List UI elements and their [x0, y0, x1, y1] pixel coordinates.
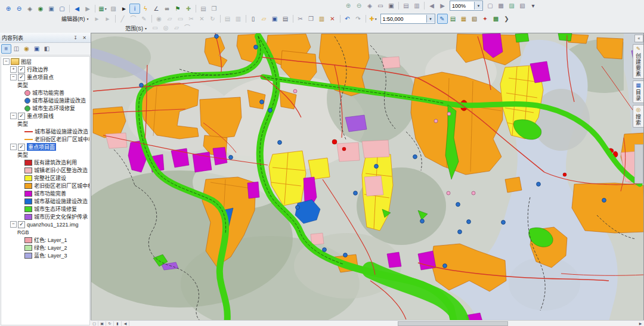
map-view[interactable]: « ✎ 创建要素 ▦ 目录 ◎ 搜索 — [91, 33, 644, 321]
focus-data-frame-icon[interactable]: ▩ — [496, 1, 506, 11]
find-route-icon[interactable]: ⚑ — [172, 4, 183, 14]
toc-row[interactable]: −✓重点项目点 — [1, 73, 89, 81]
pan-icon[interactable]: ◈ — [24, 4, 35, 14]
toc-row[interactable]: 完整社区建设 — [1, 174, 89, 182]
hyperlink-icon[interactable]: ϟ — [140, 4, 151, 14]
redo-icon[interactable]: ↷ — [353, 14, 364, 24]
toc-row[interactable]: 城市基础设施建设改造 — [1, 128, 89, 135]
list-by-selection-icon[interactable]: ▣ — [32, 44, 42, 54]
layout-zoom-100-icon[interactable]: ▣ — [386, 1, 397, 11]
collapse-icon[interactable]: − — [10, 74, 17, 80]
toc-row[interactable]: 类型 — [1, 81, 89, 89]
straight-segment-tool-icon[interactable]: ╱ — [117, 14, 128, 24]
editor-toolbar-toggle-icon[interactable]: ✎ — [437, 14, 448, 24]
toc-row[interactable]: +✓行政边界 — [1, 66, 89, 73]
clear-selection-icon[interactable]: ▨ — [108, 4, 119, 14]
layer-visibility-checkbox[interactable]: ✓ — [18, 144, 25, 151]
toc-row[interactable]: 城市历史文化保护传承 — [1, 213, 89, 221]
catalog-window-icon[interactable]: ▦ — [459, 14, 469, 24]
tab-catalog[interactable]: ▦ 目录 — [633, 80, 643, 103]
horizontal-scrollbar-thumb[interactable] — [398, 321, 508, 326]
python-window-icon[interactable]: ❯ — [501, 14, 512, 24]
zoom-in-icon[interactable]: ⊕ — [3, 4, 14, 14]
cut-polygons-icon[interactable]: ✂ — [186, 14, 197, 24]
toc-row[interactable]: −✓重点项目线 — [1, 112, 89, 120]
data-driven-pages-icon[interactable]: ▧ — [517, 1, 528, 11]
new-document-icon[interactable]: ▯ — [248, 14, 259, 24]
layer-visibility-checkbox[interactable]: ✓ — [18, 221, 25, 228]
extent-polygon-icon[interactable]: ▱ — [171, 23, 182, 33]
toc-row[interactable]: 既有建筑改造利用 — [1, 159, 89, 166]
data-view-button[interactable]: ▢ — [91, 321, 98, 326]
find-icon[interactable]: ∞ — [162, 4, 172, 14]
layout-zoom-whole-page-icon[interactable]: ▭ — [375, 1, 386, 11]
change-layout-icon[interactable]: ▨ — [506, 1, 517, 11]
layout-zoom-combo[interactable]: ▼ — [450, 1, 483, 11]
refresh-view-button[interactable]: ↻ — [106, 321, 114, 326]
scroll-left-icon[interactable]: ◀ — [122, 321, 129, 326]
toc-row[interactable]: 红色: Layer_1 — [1, 236, 89, 244]
chevron-left-icon[interactable]: « — [634, 35, 643, 42]
forward-extent-icon[interactable]: ▶ — [82, 4, 93, 14]
vertical-scrollbar-thumb[interactable] — [634, 144, 643, 184]
pin-icon[interactable]: ↧ — [71, 33, 80, 42]
toc-row[interactable]: 城市生态环境修复 — [1, 205, 89, 213]
toc-row[interactable]: 城市功能完善 — [1, 89, 89, 97]
split-tool-icon[interactable]: ✕ — [197, 14, 208, 24]
editor-menu-button[interactable]: 编辑器(R)▾ — [58, 14, 92, 24]
cut-icon[interactable]: ✂ — [295, 14, 306, 24]
identify-icon[interactable]: i — [129, 4, 140, 14]
html-popup-icon[interactable]: ❐ — [209, 4, 219, 14]
search-window-icon[interactable]: ▧ — [469, 14, 480, 24]
back-extent-icon[interactable]: ◀ — [72, 4, 82, 14]
add-data-icon[interactable]: ✚▾ — [368, 14, 379, 24]
print-icon[interactable]: ▤ — [280, 14, 291, 24]
toolbar-overflow-icon[interactable]: ▾ — [528, 1, 538, 11]
close-icon[interactable]: ✕ — [80, 33, 89, 42]
list-by-visibility-icon[interactable]: ◉ — [21, 44, 32, 54]
map-scale-input[interactable] — [381, 15, 426, 23]
layout-go-forward-icon[interactable]: ▶ — [437, 1, 448, 11]
toc-options-icon[interactable]: ◧ — [42, 44, 52, 54]
toc-row[interactable]: 类型 — [1, 151, 89, 159]
scroll-right-icon[interactable]: ▶ — [637, 321, 644, 326]
paste-icon[interactable]: ▥ — [317, 14, 327, 24]
toc-row[interactable]: 老旧街区老旧厂区城中村改造 — [1, 182, 89, 190]
list-by-source-icon[interactable]: ◫ — [11, 44, 21, 54]
layout-fixed-zoom-in-icon[interactable]: ▤ — [401, 1, 411, 11]
measure-icon[interactable]: ∠ — [151, 4, 162, 14]
model-builder-icon[interactable]: ▩ — [491, 14, 501, 24]
collapse-icon[interactable]: − — [3, 58, 10, 65]
editor-edit-tool-icon[interactable]: ► — [92, 14, 103, 24]
layout-zoom-input[interactable] — [450, 2, 474, 10]
map-canvas[interactable] — [91, 33, 644, 321]
copy-icon[interactable]: ❐ — [306, 14, 317, 24]
open-document-icon[interactable]: ▱ — [259, 14, 270, 24]
toc-row[interactable]: 类型 — [1, 120, 89, 128]
layout-pan-icon[interactable]: ◈ — [364, 1, 375, 11]
rotate-tool-icon[interactable]: ↻ — [208, 14, 218, 24]
toc-row[interactable]: 城市基础设施建设改造 — [1, 197, 89, 205]
toc-row[interactable]: 蓝色: Layer_3 — [1, 252, 89, 259]
toc-row[interactable]: −✓重点项目面 — [1, 143, 89, 151]
extent-circle-icon[interactable]: ◎ — [160, 23, 171, 33]
toc-row[interactable]: −✓quanzhou1_1221.img — [1, 221, 89, 228]
combo-dropdown-icon[interactable]: ▼ — [426, 15, 435, 23]
collapse-icon[interactable]: − — [10, 113, 17, 119]
extent-rectangle-icon[interactable]: ▭ — [150, 23, 160, 33]
toggle-draft-mode-icon[interactable]: ▢ — [485, 1, 496, 11]
fixed-zoom-in-icon[interactable]: ▣ — [46, 4, 57, 14]
edit-vertices-icon[interactable]: ▱ — [165, 14, 175, 24]
select-elements-icon[interactable]: ► — [119, 4, 129, 14]
combo-dropdown-icon[interactable]: ▼ — [474, 2, 482, 10]
open-attribute-table-icon[interactable]: ▤ — [198, 4, 209, 14]
list-by-drawing-order-icon[interactable]: ≡ — [1, 44, 11, 54]
delete-icon[interactable]: ✕ — [327, 14, 338, 24]
extent-menu-button[interactable]: 范围(S)▾ — [122, 23, 150, 33]
toc-row[interactable]: 老旧街区老旧厂区城中村改造 — [1, 135, 89, 143]
trace-tool-icon[interactable]: ✎ — [139, 14, 150, 24]
collapse-icon[interactable]: − — [10, 144, 17, 150]
layout-zoom-in-icon[interactable]: ⊕ — [343, 1, 354, 11]
tab-search[interactable]: ◎ 搜索 — [633, 105, 643, 128]
layout-fixed-zoom-out-icon[interactable]: ▥ — [411, 1, 422, 11]
